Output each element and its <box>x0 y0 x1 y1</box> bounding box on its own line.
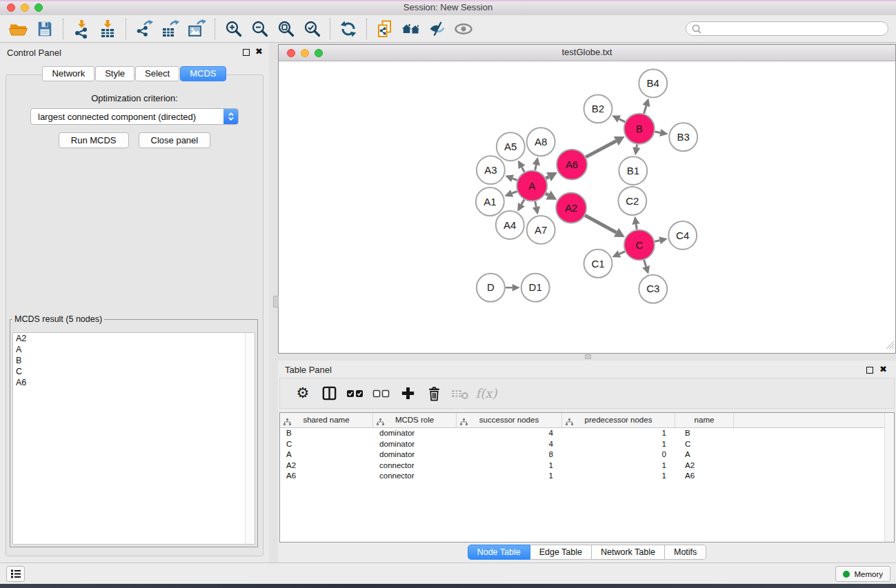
table-cell[interactable]: A2 <box>675 460 734 472</box>
import-network-button[interactable] <box>68 17 94 41</box>
tab-node-table[interactable]: Node Table <box>468 545 530 560</box>
tab-style[interactable]: Style <box>95 66 135 81</box>
table-cell[interactable]: connector <box>373 460 457 472</box>
table-cell[interactable]: A2 <box>280 460 373 472</box>
node-A7[interactable]: A7 <box>527 216 555 244</box>
edge-C-C3[interactable] <box>642 260 650 274</box>
node-B1[interactable]: B1 <box>619 156 647 185</box>
run-mcds-button[interactable]: Run MCDS <box>59 132 129 148</box>
result-item[interactable]: B <box>13 355 255 366</box>
table-cell[interactable]: 1 <box>562 439 675 450</box>
node-A[interactable]: A <box>517 171 547 201</box>
result-list-scrollbar[interactable] <box>245 333 255 544</box>
node-B3[interactable]: B3 <box>669 123 697 151</box>
node-D[interactable]: D <box>477 274 505 302</box>
table-cell[interactable]: A <box>280 449 373 460</box>
delete-column-button[interactable] <box>421 381 447 407</box>
network-canvas[interactable]: B4B2BB3B1A5A8A6A3AA1C2A4A7A2C4CC1C3DD1 <box>279 61 895 353</box>
table-scrollbar[interactable] <box>884 413 894 542</box>
task-history-button[interactable] <box>6 566 25 582</box>
node-A5[interactable]: A5 <box>497 132 525 161</box>
column-header-name[interactable]: name <box>675 413 734 427</box>
table-cell[interactable]: C <box>675 439 734 450</box>
show-hide-panels-button[interactable] <box>450 17 477 41</box>
open-browser-button[interactable] <box>398 17 424 41</box>
table-cell[interactable]: dominator <box>373 439 457 450</box>
delete-table-button[interactable] <box>447 381 473 407</box>
table-cell[interactable]: 8 <box>457 449 562 460</box>
table-row[interactable]: A2connector11A2 <box>280 460 894 472</box>
close-table-panel-icon[interactable]: ✖ <box>879 364 887 374</box>
edge-A2-C[interactable] <box>585 215 625 236</box>
edge-C-C4[interactable] <box>655 236 668 244</box>
table-row[interactable]: Adominator80A <box>280 449 894 460</box>
zoom-in-button[interactable] <box>220 17 246 41</box>
edge-A-A7[interactable] <box>532 201 540 214</box>
close-window-light[interactable] <box>7 3 15 12</box>
tab-mcds[interactable]: MCDS <box>180 66 226 81</box>
result-item[interactable]: A <box>13 344 255 355</box>
edge-A-A3[interactable] <box>505 174 517 182</box>
table-cell[interactable]: 1 <box>562 460 675 472</box>
select-all-button[interactable] <box>342 381 368 407</box>
table-cell[interactable]: 1 <box>562 428 675 439</box>
close-network-light[interactable] <box>287 49 295 57</box>
show-column-button[interactable] <box>316 381 342 407</box>
zoom-fit-button[interactable] <box>272 17 299 41</box>
edge-B-B1[interactable] <box>633 144 640 155</box>
node-C4[interactable]: C4 <box>668 221 697 250</box>
edge-B-B3[interactable] <box>655 129 668 136</box>
column-header-shared-name[interactable]: shared name <box>280 413 373 427</box>
table-cell[interactable]: 1 <box>562 471 675 482</box>
node-A2[interactable]: A2 <box>556 193 586 223</box>
table-row[interactable]: A6connector11A6 <box>280 471 894 482</box>
table-cell[interactable]: B <box>280 428 373 439</box>
edge-A-A8[interactable] <box>532 157 540 170</box>
node-A8[interactable]: A8 <box>527 128 555 156</box>
horizontal-divider-handle[interactable] <box>585 354 591 359</box>
table-cell[interactable]: 1 <box>457 460 562 472</box>
search-input[interactable] <box>705 23 888 34</box>
node-A3[interactable]: A3 <box>477 156 505 184</box>
node-C2[interactable]: C2 <box>618 187 646 215</box>
maximize-network-light[interactable] <box>315 49 323 57</box>
table-cell[interactable]: B <box>675 428 734 439</box>
export-network-button[interactable] <box>131 17 157 41</box>
add-column-button[interactable] <box>395 381 421 407</box>
minimize-window-light[interactable] <box>21 3 29 12</box>
result-item[interactable]: C <box>13 366 255 377</box>
search-field[interactable] <box>686 21 888 36</box>
table-settings-button[interactable]: ⚙ <box>290 381 316 407</box>
minimize-network-light[interactable] <box>301 49 309 57</box>
maximize-window-light[interactable] <box>34 3 43 12</box>
result-item[interactable]: A6 <box>13 377 255 388</box>
zoom-selected-button[interactable] <box>299 17 325 41</box>
node-B2[interactable]: B2 <box>584 94 613 123</box>
table-cell[interactable]: A6 <box>280 471 373 482</box>
column-header-MCDS-role[interactable]: MCDS role <box>373 413 457 427</box>
resize-grip-icon[interactable] <box>886 340 895 352</box>
open-file-button[interactable] <box>6 17 32 41</box>
close-panel-button[interactable]: Close panel <box>139 132 211 148</box>
zoom-out-button[interactable] <box>246 17 272 41</box>
node-A6[interactable]: A6 <box>557 150 587 180</box>
deselect-all-button[interactable] <box>368 381 395 407</box>
edge-A6-B[interactable] <box>586 136 624 157</box>
edge-B-B4[interactable] <box>642 98 650 113</box>
export-table-button[interactable] <box>157 17 183 41</box>
tab-select[interactable]: Select <box>135 66 179 81</box>
float-table-panel-icon[interactable] <box>866 367 873 374</box>
criterion-dropdown[interactable]: largest connected component (directed) <box>30 108 239 125</box>
edge-C-C2[interactable] <box>632 216 639 230</box>
float-panel-icon[interactable] <box>243 49 250 56</box>
table-cell[interactable]: A <box>675 449 734 460</box>
table-row[interactable]: Cdominator41C <box>280 439 894 450</box>
tab-network-table[interactable]: Network Table <box>592 545 665 560</box>
clone-network-button[interactable] <box>372 17 398 41</box>
node-B[interactable]: B <box>624 114 655 144</box>
edge-B-B2[interactable] <box>612 116 625 123</box>
close-panel-icon[interactable]: ✖ <box>255 46 263 57</box>
table-row[interactable]: Bdominator41B <box>280 428 894 439</box>
table-cell[interactable]: dominator <box>373 449 457 460</box>
result-item[interactable]: A2 <box>13 333 255 344</box>
